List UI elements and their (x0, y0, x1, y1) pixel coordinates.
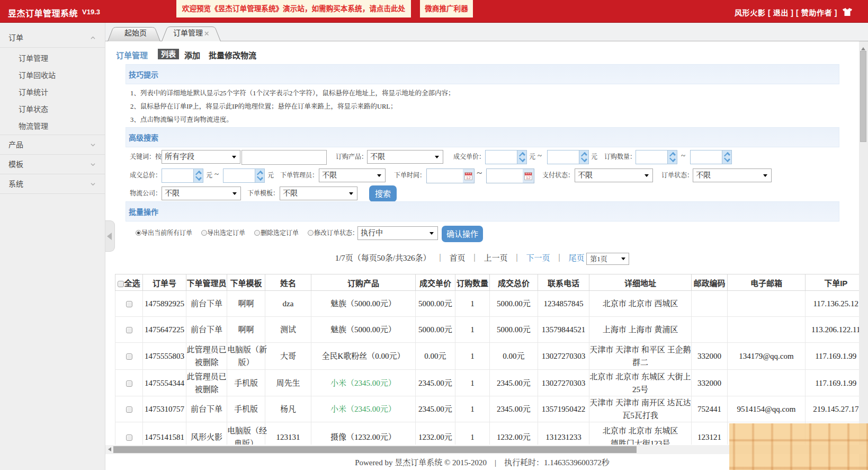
svg-text:12: 12 (526, 175, 531, 180)
svg-text:12: 12 (466, 175, 471, 180)
